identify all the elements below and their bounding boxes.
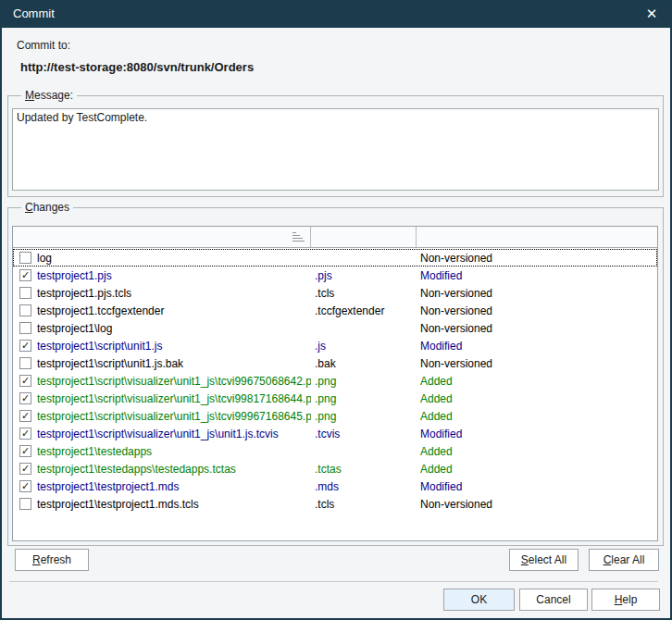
- row-filename: testproject1\script\visualizer\unit1_js\…: [37, 375, 311, 388]
- row-filename: testproject1.pjs: [37, 269, 112, 282]
- row-checkbox[interactable]: ✓: [19, 480, 31, 492]
- row-checkbox[interactable]: [19, 304, 31, 316]
- refresh-button[interactable]: Refresh: [15, 549, 89, 571]
- row-checkbox[interactable]: ✓: [19, 410, 31, 422]
- row-checkbox[interactable]: [19, 287, 31, 299]
- table-row[interactable]: testproject1.pjs.tcls .tcls Non-versione…: [13, 284, 657, 302]
- table-row[interactable]: ✓ testproject1\script\visualizer\unit1_j…: [13, 372, 657, 390]
- row-extension: .bak: [311, 357, 417, 370]
- row-filename: testproject1\script\visualizer\unit1_js\…: [37, 410, 311, 423]
- row-filename: testproject1\script\visualizer\unit1_js\…: [37, 392, 311, 405]
- row-checkbox[interactable]: ✓: [19, 375, 31, 387]
- row-checkbox[interactable]: ✓: [19, 463, 31, 475]
- row-status: Non-versioned: [417, 304, 657, 317]
- message-input[interactable]: [12, 108, 659, 191]
- row-extension: .tccfgextender: [311, 304, 417, 317]
- commit-dialog: Commit ✕ Commit to: http://test-storage:…: [0, 0, 672, 620]
- row-status: Non-versioned: [417, 498, 657, 511]
- row-checkbox[interactable]: ✓: [19, 340, 31, 352]
- table-row[interactable]: testproject1\log Non-versioned: [13, 319, 657, 337]
- row-status: Non-versioned: [417, 252, 657, 265]
- row-extension: .mds: [311, 480, 417, 493]
- row-status: Added: [417, 375, 657, 388]
- row-filename: testproject1\testedapps: [37, 445, 152, 458]
- table-row[interactable]: testproject1\testproject1.mds.tcls .tcls…: [13, 495, 657, 513]
- row-extension: .pjs: [311, 269, 417, 282]
- row-filename: log: [37, 252, 52, 265]
- table-row[interactable]: ✓ testproject1\testedapps Added: [13, 442, 657, 460]
- row-filename: testproject1\log: [37, 322, 112, 335]
- row-checkbox[interactable]: ✓: [19, 445, 31, 457]
- clear-all-button[interactable]: Clear All: [589, 549, 659, 571]
- window-title: Commit: [13, 0, 55, 28]
- table-row[interactable]: ✓ testproject1\script\visualizer\unit1_j…: [13, 425, 657, 442]
- table-row[interactable]: testproject1.tccfgextender .tccfgextende…: [13, 302, 657, 319]
- table-row[interactable]: log Non-versioned: [13, 249, 657, 267]
- row-filename: testproject1\script\visualizer\unit1_js\…: [37, 428, 279, 440]
- commit-url: http://test-storage:8080/svn/trunk/Order…: [20, 60, 254, 74]
- title-bar: Commit ✕: [0, 0, 672, 28]
- dialog-body: Commit to: http://test-storage:8080/svn/…: [2, 28, 670, 618]
- table-row[interactable]: ✓ testproject1\script\visualizer\unit1_j…: [13, 407, 657, 425]
- row-extension: .tctas: [311, 463, 417, 476]
- row-status: Modified: [417, 480, 657, 493]
- row-status: Non-versioned: [417, 287, 657, 300]
- row-status: Modified: [417, 428, 657, 440]
- row-status: Modified: [417, 340, 657, 353]
- button-separator: [9, 581, 658, 582]
- changes-table: log Non-versioned ✓ testproject1.pjs .pj…: [12, 226, 658, 541]
- cancel-button[interactable]: Cancel: [519, 589, 588, 611]
- row-filename: testproject1\testedapps\testedapps.tctas: [37, 463, 236, 476]
- table-row[interactable]: ✓ testproject1\testproject1.mds .mds Mod…: [13, 477, 657, 495]
- row-filename: testproject1.tccfgextender: [37, 304, 164, 317]
- row-checkbox[interactable]: [19, 357, 31, 369]
- select-all-button[interactable]: Select All: [509, 549, 579, 571]
- column-header-file[interactable]: [13, 227, 311, 247]
- table-row[interactable]: testproject1\script\unit1.js.bak .bak No…: [13, 354, 657, 372]
- row-filename: testproject1.pjs.tcls: [37, 287, 131, 300]
- row-status: Added: [417, 392, 657, 405]
- close-icon[interactable]: ✕: [637, 0, 666, 28]
- table-row[interactable]: ✓ testproject1\testedapps\testedapps.tct…: [13, 460, 657, 477]
- row-filename: testproject1\script\unit1.js: [37, 340, 162, 353]
- row-status: Added: [417, 463, 657, 476]
- table-row[interactable]: ✓ testproject1.pjs .pjs Modified: [13, 267, 657, 284]
- row-extension: .tcls: [311, 287, 417, 300]
- row-status: Added: [417, 445, 657, 458]
- row-status: Non-versioned: [417, 357, 657, 370]
- row-status: Modified: [417, 269, 657, 282]
- changes-label: Changes: [21, 201, 73, 214]
- column-header-status[interactable]: [417, 227, 657, 247]
- row-checkbox[interactable]: [19, 252, 31, 264]
- column-header-extension[interactable]: [311, 227, 417, 247]
- row-checkbox[interactable]: [19, 498, 31, 510]
- help-button[interactable]: Help: [591, 589, 660, 611]
- row-extension: .tcvis: [311, 428, 417, 440]
- row-extension: .png: [311, 392, 417, 405]
- ok-button[interactable]: OK: [443, 589, 515, 611]
- changes-table-rows: log Non-versioned ✓ testproject1.pjs .pj…: [13, 249, 657, 540]
- sort-ascending-icon: [292, 232, 305, 242]
- row-checkbox[interactable]: [19, 322, 31, 334]
- changes-table-header: [13, 227, 657, 248]
- row-extension: .js: [311, 340, 417, 353]
- row-extension: .png: [311, 410, 417, 423]
- row-status: Added: [417, 410, 657, 423]
- row-checkbox[interactable]: ✓: [19, 269, 31, 281]
- message-label: Message:: [21, 89, 77, 102]
- table-row[interactable]: ✓ testproject1\script\unit1.js .js Modif…: [13, 337, 657, 354]
- row-status: Non-versioned: [417, 322, 657, 335]
- row-filename: testproject1\testproject1.mds: [37, 480, 179, 493]
- commit-to-label: Commit to:: [17, 39, 70, 52]
- row-extension: .png: [311, 375, 417, 388]
- row-checkbox[interactable]: ✓: [19, 428, 31, 440]
- table-row[interactable]: ✓ testproject1\script\visualizer\unit1_j…: [13, 390, 657, 407]
- row-filename: testproject1\script\unit1.js.bak: [37, 357, 183, 370]
- row-checkbox[interactable]: ✓: [19, 392, 31, 404]
- row-extension: .tcls: [311, 498, 417, 511]
- row-filename: testproject1\testproject1.mds.tcls: [37, 498, 199, 511]
